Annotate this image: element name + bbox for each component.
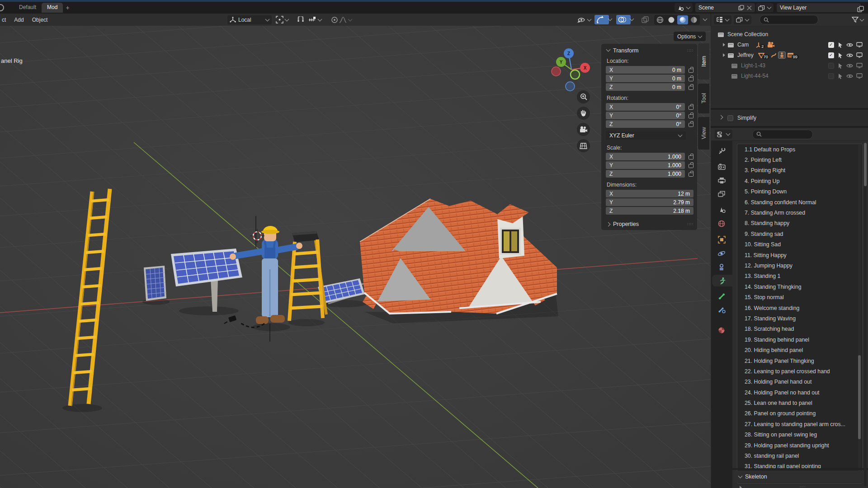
pose-list-item[interactable]: 4. Pointing Up xyxy=(737,176,862,186)
region-scrollbar[interactable] xyxy=(864,143,867,486)
rotation-z-field[interactable]: Z0° xyxy=(606,120,685,128)
scene-name-field[interactable]: Scene xyxy=(695,3,755,12)
pose-list-item[interactable]: 9. Standing sad xyxy=(737,229,862,239)
panel-grip[interactable]: ∷∷ xyxy=(688,48,693,53)
pose-list-item[interactable]: 1.1 Default no Props xyxy=(737,144,862,155)
pose-list-item[interactable]: 30. standing rail panel xyxy=(737,450,862,461)
properties-subpanel-header[interactable]: Properties ∷∷ xyxy=(606,221,693,227)
tall-ladder-object[interactable] xyxy=(70,189,110,406)
shading-solid-button[interactable] xyxy=(666,15,677,24)
pose-list-item[interactable]: 22. Leaning to panel crossed hand xyxy=(737,366,862,376)
pose-list-item[interactable]: 15. Stop normal xyxy=(737,292,862,302)
lock-icon[interactable] xyxy=(689,155,693,160)
pose-list-item[interactable]: 11. Sitting Happy xyxy=(737,250,862,260)
collection-checkbox[interactable] xyxy=(828,52,834,58)
snap-target-dropdown[interactable] xyxy=(307,15,324,24)
pose-list-item[interactable]: 13. Standing 1 xyxy=(737,271,862,282)
selectable-cursor-icon[interactable] xyxy=(837,52,843,58)
pose-list-scrollbar[interactable] xyxy=(858,144,861,482)
new-scene-icon[interactable] xyxy=(738,5,744,11)
list-grip[interactable]: ∷∷ xyxy=(800,485,806,488)
outliner-row-light-1-43[interactable]: Light-1-43 xyxy=(711,61,868,70)
tab-object-data-armature[interactable] xyxy=(712,275,732,286)
location-z-field[interactable]: Z0 m xyxy=(606,83,685,91)
scrollbar-thumb[interactable] xyxy=(858,355,861,439)
proportional-editing-toggle[interactable] xyxy=(329,15,354,24)
pose-list-item[interactable]: 7. Standing Arm crossed xyxy=(737,207,862,218)
add-menu[interactable]: Add xyxy=(10,17,28,23)
tab-scene[interactable] xyxy=(715,203,728,215)
rotation-x-field[interactable]: X0° xyxy=(606,103,685,111)
disable-render-monitor-icon[interactable] xyxy=(856,42,863,47)
pose-list-item[interactable]: 8. Standing happy xyxy=(737,218,862,229)
pose-list-item[interactable]: 25. Lean one hand to panel xyxy=(737,398,862,408)
tab-world[interactable] xyxy=(715,218,728,230)
pose-list-item[interactable]: 12. Jumping Happy xyxy=(737,260,862,271)
pose-list-item[interactable]: 24. Holding Panel no hand out xyxy=(737,387,862,398)
gizmo-y-neg-axis[interactable] xyxy=(571,70,580,79)
shading-rendered-button[interactable] xyxy=(689,15,699,24)
pivot-point-dropdown[interactable] xyxy=(274,15,291,24)
sidebar-tab-item[interactable]: Item xyxy=(698,43,709,80)
expand-triangle-icon[interactable] xyxy=(723,43,725,47)
chevron-right-icon[interactable] xyxy=(719,115,723,120)
zoom-button[interactable] xyxy=(577,90,590,103)
pose-list-item[interactable]: 29. Holding panel standing upright xyxy=(737,440,862,450)
tab-material[interactable] xyxy=(715,324,728,336)
pose-list-item[interactable]: 16. Welcome standing xyxy=(737,303,862,313)
transform-panel-header[interactable]: Transform ∷∷ xyxy=(606,47,693,54)
gizmo-x-neg-axis[interactable] xyxy=(552,67,561,76)
pose-list-item[interactable]: 21. Holding Panel Thingking xyxy=(737,356,862,366)
tab-view-layer[interactable] xyxy=(715,188,728,200)
viewport-3d[interactable]: anel Rig Options Z X Y xyxy=(0,26,711,488)
pose-list-item[interactable]: 31. Standing rail panel pointing xyxy=(737,461,862,472)
pose-list-item[interactable]: 20. Hiding behind panel xyxy=(737,345,862,355)
list-expand-icon[interactable] xyxy=(740,486,742,488)
pose-list-item[interactable]: 23. Holding Panel hand out xyxy=(737,377,862,387)
simplify-checkbox[interactable] xyxy=(727,115,733,121)
tab-object[interactable] xyxy=(715,234,728,245)
workspace-tab-default[interactable]: Default xyxy=(14,3,42,13)
selectable-cursor-icon[interactable] xyxy=(837,63,843,69)
shading-dropdown-chevron[interactable] xyxy=(703,17,708,21)
view-layer-field[interactable]: View Layer xyxy=(777,3,861,12)
lock-icon[interactable] xyxy=(689,69,693,73)
expand-triangle-icon[interactable] xyxy=(723,53,725,57)
lock-icon[interactable] xyxy=(689,123,693,127)
pose-list-item[interactable]: 18. Scratching head xyxy=(737,324,862,334)
location-y-field[interactable]: Y0 m xyxy=(606,75,685,82)
tab-bone-constraints[interactable] xyxy=(715,304,728,315)
view-layer-selector[interactable] xyxy=(756,3,774,12)
gizmo-z-neg-axis[interactable] xyxy=(566,82,575,91)
pose-list-item[interactable]: 10. Sitting Sad xyxy=(737,239,862,250)
scrollbar-thumb[interactable] xyxy=(864,143,867,186)
outliner-row-light-44-54[interactable]: Light-44-54 xyxy=(711,71,868,81)
outliner-row-scene-collection[interactable]: Scene Collection xyxy=(711,29,868,39)
hide-eye-icon[interactable] xyxy=(846,63,853,68)
navigation-gizmo[interactable]: Z X Y xyxy=(546,45,597,95)
lock-icon[interactable] xyxy=(689,114,693,118)
new-view-layer-icon[interactable] xyxy=(857,6,866,13)
scene-selector[interactable] xyxy=(675,3,693,12)
camera-view-button[interactable] xyxy=(577,123,590,136)
hide-eye-icon[interactable] xyxy=(846,53,853,58)
sidebar-tab-tool[interactable]: Tool xyxy=(698,84,709,113)
disable-render-monitor-icon[interactable] xyxy=(856,73,863,79)
pose-list-item[interactable]: 19. Standing behind panel xyxy=(737,334,862,345)
house-object[interactable] xyxy=(360,199,557,314)
object-menu[interactable]: Object xyxy=(28,17,52,23)
lock-icon[interactable] xyxy=(689,86,693,90)
xray-toggle[interactable] xyxy=(640,15,651,24)
outliner-row-cam[interactable]: Cam 2 xyxy=(711,40,868,50)
scale-x-field[interactable]: X1.000 xyxy=(606,153,685,160)
selectable-cursor-icon[interactable] xyxy=(837,42,843,48)
unlink-scene-icon[interactable] xyxy=(747,5,752,10)
pose-list-item[interactable]: 27. Leaning to standing panel arm cros..… xyxy=(737,419,862,429)
panel-grip[interactable]: ∷∷ xyxy=(688,222,693,226)
pose-list-item[interactable]: 2. Pointing Left xyxy=(737,155,862,165)
rotation-mode-dropdown[interactable]: XYZ Euler xyxy=(606,131,686,140)
tab-bone[interactable] xyxy=(715,290,728,302)
tab-object-constraints[interactable] xyxy=(715,261,728,273)
show-overlays-toggle[interactable] xyxy=(616,15,631,24)
outliner-search[interactable] xyxy=(760,15,818,24)
